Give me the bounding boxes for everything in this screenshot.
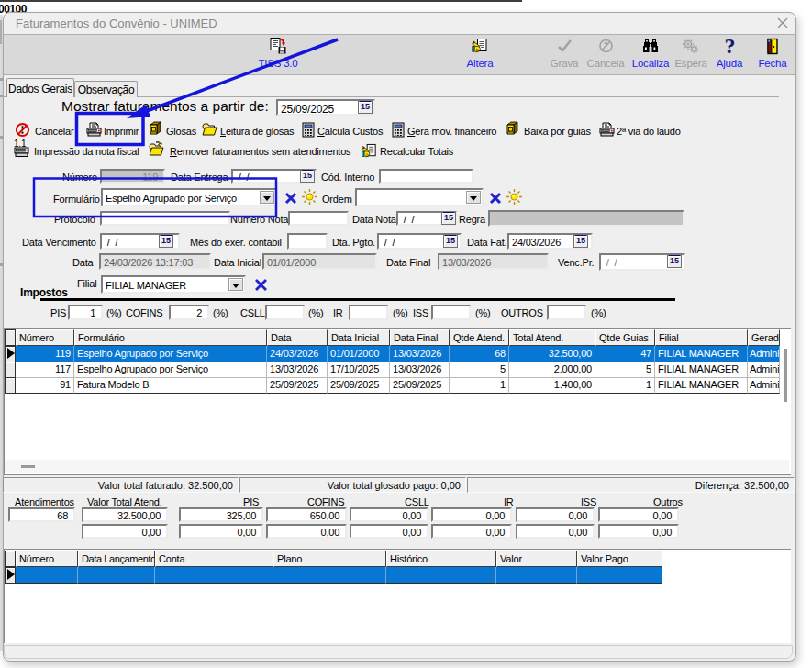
svg-text:?: ? <box>724 38 735 55</box>
